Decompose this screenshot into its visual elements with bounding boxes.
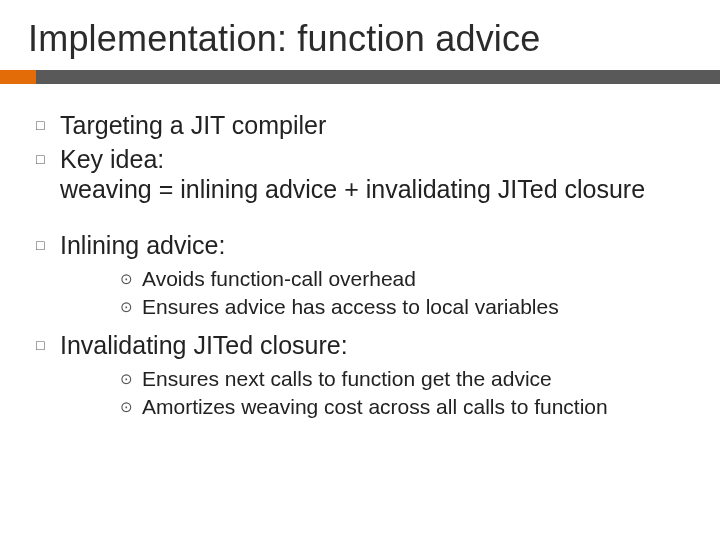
sub-list: ⊙Ensures next calls to function get the … <box>60 360 686 426</box>
sub-list-item-text: Avoids function-call overhead <box>142 266 686 292</box>
list-item-text: Inlining advice: <box>60 230 686 260</box>
list-item-text: Invalidating JITed closure: <box>60 330 686 360</box>
list-item: □Invalidating JITed closure:⊙Ensures nex… <box>34 330 686 426</box>
accent-gray <box>36 70 720 84</box>
square-bullet-icon: □ <box>34 230 60 260</box>
square-bullet-icon: □ <box>34 144 60 174</box>
accent-orange <box>0 70 36 84</box>
circled-dot-icon: ⊙ <box>118 366 142 392</box>
sub-list-item: ⊙Amortizes weaving cost across all calls… <box>118 394 686 420</box>
sub-list: ⊙Avoids function-call overhead⊙Ensures a… <box>60 260 686 326</box>
list-item: □Key idea: weaving = inlining advice + i… <box>34 144 686 204</box>
list-item-text: Key idea: weaving = inlining advice + in… <box>60 144 686 204</box>
sub-list-item-text: Ensures advice has access to local varia… <box>142 294 686 320</box>
list-item: □Targeting a JIT compiler <box>34 110 686 140</box>
sub-list-item: ⊙Ensures next calls to function get the … <box>118 366 686 392</box>
circled-dot-icon: ⊙ <box>118 266 142 292</box>
slide-title: Implementation: function advice <box>0 18 720 70</box>
square-bullet-icon: □ <box>34 330 60 360</box>
square-bullet-icon: □ <box>34 110 60 140</box>
circled-dot-icon: ⊙ <box>118 294 142 320</box>
accent-bar <box>0 70 720 84</box>
sub-list-item-text: Amortizes weaving cost across all calls … <box>142 394 686 420</box>
sub-list-item-text: Ensures next calls to function get the a… <box>142 366 686 392</box>
bullet-list: □Targeting a JIT compiler□Key idea: weav… <box>34 110 686 426</box>
list-item-body: Targeting a JIT compiler <box>60 110 686 140</box>
slide: Implementation: function advice □Targeti… <box>0 0 720 540</box>
list-item-body: Key idea: weaving = inlining advice + in… <box>60 144 686 204</box>
list-item-body: Inlining advice:⊙Avoids function-call ov… <box>60 230 686 326</box>
list-item-text: Targeting a JIT compiler <box>60 110 686 140</box>
sub-list-item: ⊙Ensures advice has access to local vari… <box>118 294 686 320</box>
circled-dot-icon: ⊙ <box>118 394 142 420</box>
list-item: □Inlining advice:⊙Avoids function-call o… <box>34 230 686 326</box>
list-item-body: Invalidating JITed closure:⊙Ensures next… <box>60 330 686 426</box>
slide-content: □Targeting a JIT compiler□Key idea: weav… <box>0 84 720 426</box>
sub-list-item: ⊙Avoids function-call overhead <box>118 266 686 292</box>
